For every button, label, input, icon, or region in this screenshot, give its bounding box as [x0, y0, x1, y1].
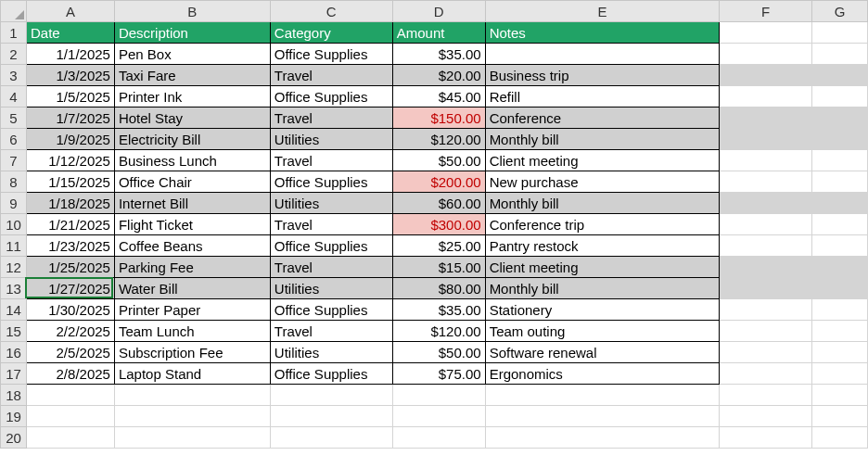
cell-G3[interactable] — [812, 65, 868, 86]
header-cell-notes[interactable]: Notes — [485, 22, 720, 44]
C12[interactable]: Travel — [270, 257, 392, 278]
C16[interactable]: Utilities — [270, 342, 392, 363]
col-header-a[interactable]: A — [26, 1, 114, 22]
cell-G9[interactable] — [812, 193, 868, 214]
row-header-20[interactable]: 20 — [1, 427, 27, 449]
A3[interactable]: 1/3/2025 — [26, 65, 114, 86]
row-header-9[interactable]: 9 — [1, 193, 27, 214]
B3[interactable]: Taxi Fare — [114, 65, 270, 86]
row-header-18[interactable]: 18 — [1, 385, 27, 406]
row-header-3[interactable]: 3 — [1, 65, 27, 86]
row-header-6[interactable]: 6 — [1, 129, 27, 150]
C4[interactable]: Office Supplies — [270, 86, 392, 108]
D17[interactable]: $75.00 — [392, 363, 485, 385]
cell-G10[interactable] — [812, 214, 868, 235]
row-header-2[interactable]: 2 — [1, 44, 27, 65]
B9[interactable]: Internet Bill — [114, 193, 270, 214]
cell-F10[interactable] — [720, 214, 812, 235]
cell-G20[interactable] — [812, 427, 868, 449]
cell-A18[interactable] — [26, 385, 114, 406]
row-header-5[interactable]: 5 — [1, 108, 27, 129]
C3[interactable]: Travel — [270, 65, 392, 86]
cell-F12[interactable] — [720, 257, 812, 278]
E4[interactable]: Refill — [485, 86, 720, 108]
E6[interactable]: Monthly bill — [485, 129, 720, 150]
B16[interactable]: Subscription Fee — [114, 342, 270, 363]
cell-F5[interactable] — [720, 108, 812, 129]
cell-G8[interactable] — [812, 171, 868, 193]
cell-C20[interactable] — [270, 427, 392, 449]
cell-F17[interactable] — [720, 363, 812, 385]
row-header-12[interactable]: 12 — [1, 257, 27, 278]
E2[interactable] — [485, 44, 720, 65]
D15[interactable]: $120.00 — [392, 321, 485, 342]
cell-G12[interactable] — [812, 257, 868, 278]
cell-G14[interactable] — [812, 299, 868, 321]
C5[interactable]: Travel — [270, 108, 392, 129]
A10[interactable]: 1/21/2025 — [26, 214, 114, 235]
A4[interactable]: 1/5/2025 — [26, 86, 114, 108]
E8[interactable]: New purchase — [485, 171, 720, 193]
E15[interactable]: Team outing — [485, 321, 720, 342]
row-header-10[interactable]: 10 — [1, 214, 27, 235]
D10[interactable]: $300.00 — [392, 214, 485, 235]
E12[interactable]: Client meeting — [485, 257, 720, 278]
B5[interactable]: Hotel Stay — [114, 108, 270, 129]
cell-F4[interactable] — [720, 86, 812, 108]
col-header-e[interactable]: E — [485, 1, 720, 22]
row-header-7[interactable]: 7 — [1, 150, 27, 171]
cell-F16[interactable] — [720, 342, 812, 363]
A5[interactable]: 1/7/2025 — [26, 108, 114, 129]
D3[interactable]: $20.00 — [392, 65, 485, 86]
col-header-c[interactable]: C — [270, 1, 392, 22]
C11[interactable]: Office Supplies — [270, 235, 392, 257]
C2[interactable]: Office Supplies — [270, 44, 392, 65]
row-header-15[interactable]: 15 — [1, 321, 27, 342]
cell-B20[interactable] — [114, 427, 270, 449]
A15[interactable]: 2/2/2025 — [26, 321, 114, 342]
D6[interactable]: $120.00 — [392, 129, 485, 150]
row-header-8[interactable]: 8 — [1, 171, 27, 193]
E3[interactable]: Business trip — [485, 65, 720, 86]
row-header-1[interactable]: 1 — [1, 22, 27, 44]
D13[interactable]: $80.00 — [392, 278, 485, 299]
cell-F7[interactable] — [720, 150, 812, 171]
D2[interactable]: $35.00 — [392, 44, 485, 65]
A8[interactable]: 1/15/2025 — [26, 171, 114, 193]
E14[interactable]: Stationery — [485, 299, 720, 321]
cell-E19[interactable] — [485, 406, 720, 427]
cell-G4[interactable] — [812, 86, 868, 108]
cell-D20[interactable] — [392, 427, 485, 449]
cell-E20[interactable] — [485, 427, 720, 449]
E13[interactable]: Monthly bill — [485, 278, 720, 299]
B17[interactable]: Laptop Stand — [114, 363, 270, 385]
cell-F20[interactable] — [720, 427, 812, 449]
A2[interactable]: 1/1/2025 — [26, 44, 114, 65]
D14[interactable]: $35.00 — [392, 299, 485, 321]
cell-F13[interactable] — [720, 278, 812, 299]
B4[interactable]: Printer Ink — [114, 86, 270, 108]
cell-F6[interactable] — [720, 129, 812, 150]
A7[interactable]: 1/12/2025 — [26, 150, 114, 171]
C8[interactable]: Office Supplies — [270, 171, 392, 193]
col-header-d[interactable]: D — [392, 1, 485, 22]
E16[interactable]: Software renewal — [485, 342, 720, 363]
cell-F14[interactable] — [720, 299, 812, 321]
header-cell-amount[interactable]: Amount — [392, 22, 485, 44]
cell-G13[interactable] — [812, 278, 868, 299]
cell-F3[interactable] — [720, 65, 812, 86]
A9[interactable]: 1/18/2025 — [26, 193, 114, 214]
cell-F18[interactable] — [720, 385, 812, 406]
D9[interactable]: $60.00 — [392, 193, 485, 214]
cell-F8[interactable] — [720, 171, 812, 193]
C13[interactable]: Utilities — [270, 278, 392, 299]
B15[interactable]: Team Lunch — [114, 321, 270, 342]
cell-G18[interactable] — [812, 385, 868, 406]
col-header-g[interactable]: G — [812, 1, 868, 22]
A13[interactable]: 1/27/2025 — [26, 278, 114, 299]
row-header-13[interactable]: 13 — [1, 278, 27, 299]
C9[interactable]: Utilities — [270, 193, 392, 214]
cell-F9[interactable] — [720, 193, 812, 214]
cell-A20[interactable] — [26, 427, 114, 449]
row-header-14[interactable]: 14 — [1, 299, 27, 321]
